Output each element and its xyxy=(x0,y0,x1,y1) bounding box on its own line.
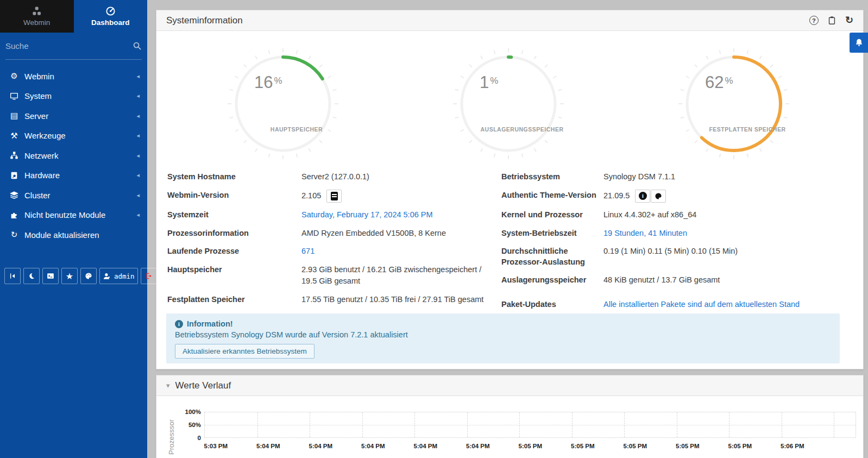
gridline-50 xyxy=(205,425,856,425)
refresh-icon[interactable]: ↻ xyxy=(845,16,853,25)
sidebar-item-system[interactable]: System ◂ xyxy=(0,86,147,106)
page-title: Systeminformation xyxy=(166,15,243,26)
sidebar-search xyxy=(5,33,142,60)
history-chart: Prozesssor 100% 50% 0 5:03 PM5:04 PM5:04… xyxy=(156,396,863,458)
theme-palette-button[interactable] xyxy=(651,190,666,203)
chevron-left-icon: ◂ xyxy=(136,132,140,139)
gridline-vertical xyxy=(782,412,782,437)
gridline-vertical xyxy=(519,412,520,437)
clipboard-icon[interactable] xyxy=(827,16,836,25)
info-label: Betriebssystem xyxy=(501,171,603,182)
werte-verlauf-panel: ▾ Werte Verlauf Prozesssor 100% 50% 0 5:… xyxy=(156,375,864,458)
search-icon[interactable] xyxy=(133,41,142,51)
sidebar-item-label: Cluster xyxy=(24,191,51,200)
x-tick-label: 5:04 PM xyxy=(399,443,452,449)
info-label: Webmin-Version xyxy=(167,190,301,200)
gauge-auslagerungsspeicher: 1%AUSLAGERUNGSSPEICHER xyxy=(446,41,571,166)
betriebszeit-link[interactable]: 19 Stunden, 41 Minuten xyxy=(603,228,687,239)
sidebar-item-webmin[interactable]: ⚙ Webmin ◂ xyxy=(0,66,147,86)
star-icon: ★ xyxy=(66,271,73,281)
x-tick-label: 5:05 PM xyxy=(714,443,766,449)
help-icon[interactable]: ? xyxy=(809,16,819,25)
sidebar-item-hardware[interactable]: Hardware ◂ xyxy=(0,166,147,186)
x-tick-label: 5:04 PM xyxy=(294,443,347,449)
sidebar-menu: ⚙ Webmin ◂ System ◂ ▤ Server ◂ ⚒ Werkzeu… xyxy=(0,66,147,245)
table-row: Laufende Prozesse 671 xyxy=(167,246,496,257)
table-row: System-Betriebszeit 19 Stunden, 41 Minut… xyxy=(501,228,853,239)
sidebar-item-cluster[interactable]: Cluster ◂ xyxy=(0,185,147,205)
table-row: Durchschnittliche Prozessor-Auslastung 0… xyxy=(501,246,853,267)
table-row: Kernel und Prozessor Linux 4.4.302+ auf … xyxy=(501,209,853,221)
panel-header: Systeminformation ? ↻ xyxy=(156,10,863,31)
webmin-logo-icon xyxy=(32,6,42,16)
sidebar-item-module-aktualisieren[interactable]: ↻ Module aktualisieren xyxy=(0,225,147,245)
chevron-left-icon: ◂ xyxy=(136,92,140,99)
sidebar-item-label: Nicht benutzte Module xyxy=(24,210,105,219)
info-label: System Hostname xyxy=(167,171,301,182)
x-tick-label: 5:05 PM xyxy=(504,443,557,449)
sidebar-item-nicht-benutzte-module[interactable]: Nicht benutzte Module ◂ xyxy=(0,205,147,225)
info-value: AMD Ryzen Embedded V1500B, 8 Kerne xyxy=(301,228,446,239)
section-title: Werte Verlauf xyxy=(175,380,231,391)
table-row: Prozessorinformation AMD Ryzen Embedded … xyxy=(167,228,496,239)
info-value: Server2 (127.0.0.1) xyxy=(301,171,369,183)
y-axis-label: Prozesssor xyxy=(167,409,175,455)
paket-updates-link[interactable]: Alle installierten Pakete sind auf dem a… xyxy=(603,299,800,310)
gridline-vertical xyxy=(729,412,729,437)
svg-text:FESTPLATTEN SPEICHER: FESTPLATTEN SPEICHER xyxy=(709,126,785,133)
username-label: admin xyxy=(114,272,135,280)
changelog-button[interactable] xyxy=(326,190,342,203)
tab-webmin[interactable]: Webmin xyxy=(0,0,74,33)
palette-icon xyxy=(655,192,662,200)
x-tick-label: 5:04 PM xyxy=(347,443,400,449)
info-label: Hauptspeicher xyxy=(167,264,301,275)
update-os-button[interactable]: Aktualisiere erkanntes Betriebssystem xyxy=(175,344,315,359)
user-settings-button[interactable]: admin xyxy=(99,268,138,284)
sidebar-item-label: Hardware xyxy=(24,171,60,180)
laufende-prozesse-link[interactable]: 671 xyxy=(301,246,315,257)
gauge-dial: 1%AUSLAGERUNGSSPEICHER xyxy=(446,41,571,166)
info-circle-icon: i xyxy=(639,192,647,200)
network-icon xyxy=(9,151,20,160)
sidebar-bottom-buttons: ★ admin xyxy=(4,268,157,284)
chevron-left-icon: ◂ xyxy=(136,172,140,179)
notifications-button[interactable] xyxy=(850,33,868,53)
terminal-button[interactable] xyxy=(42,268,59,284)
collapse-sidebar-button[interactable] xyxy=(4,268,21,284)
night-mode-button[interactable] xyxy=(23,268,40,284)
table-row: Systemzeit Saturday, February 17, 2024 5… xyxy=(167,209,496,221)
table-row: System Hostname Server2 (127.0.0.1) xyxy=(167,171,496,183)
tab-dashboard[interactable]: Dashboard xyxy=(74,0,148,33)
table-row: Betriebssystem Synology DSM 7.1.1 xyxy=(501,171,853,183)
x-tick-label: 5:05 PM xyxy=(609,443,662,449)
info-circle-icon: i xyxy=(175,320,183,328)
sidebar-item-label: Module aktualisieren xyxy=(24,230,99,240)
triangle-down-icon[interactable]: ▾ xyxy=(166,381,170,390)
info-label: Authentic Theme-Version xyxy=(501,190,603,200)
gear-icon: ⚙ xyxy=(9,71,20,81)
gridline-vertical xyxy=(677,412,677,437)
x-tick-label: 5:04 PM xyxy=(452,443,505,449)
x-tick-label: 5:05 PM xyxy=(557,443,609,449)
logout-button[interactable] xyxy=(141,268,157,284)
alert-message: Betriebssystem Synology DSM wurde auf Ve… xyxy=(175,330,831,339)
display-icon xyxy=(9,92,20,101)
info-label: Systemzeit xyxy=(167,209,301,220)
sidebar-item-werkzeuge[interactable]: ⚒ Werkzeuge ◂ xyxy=(0,126,147,146)
info-value: 0.19 (1 Min) 0.11 (5 Min) 0.10 (15 Min) xyxy=(603,246,738,257)
sidebar-item-netzwerk[interactable]: Netzwerk ◂ xyxy=(0,146,147,166)
favorites-button[interactable]: ★ xyxy=(61,268,78,284)
book-icon xyxy=(331,192,338,200)
info-value: 2.105 xyxy=(301,190,321,202)
alert-title-row: i Information! xyxy=(175,319,831,328)
info-label: Festplatten Speicher xyxy=(167,294,301,305)
y-tick: 100% xyxy=(176,409,201,415)
search-input[interactable] xyxy=(5,41,119,51)
info-table-right: Betriebssystem Synology DSM 7.1.1 Authen… xyxy=(501,171,853,317)
sidebar-item-server[interactable]: ▤ Server ◂ xyxy=(0,106,147,126)
theme-button[interactable] xyxy=(80,268,97,284)
systemzeit-link[interactable]: Saturday, February 17, 2024 5:06 PM xyxy=(301,209,433,221)
info-value: 2.93 GiB benutzt / 16.21 GiB zwischenges… xyxy=(301,264,493,287)
tools-icon: ⚒ xyxy=(9,131,20,141)
theme-info-button[interactable]: i xyxy=(635,190,650,203)
